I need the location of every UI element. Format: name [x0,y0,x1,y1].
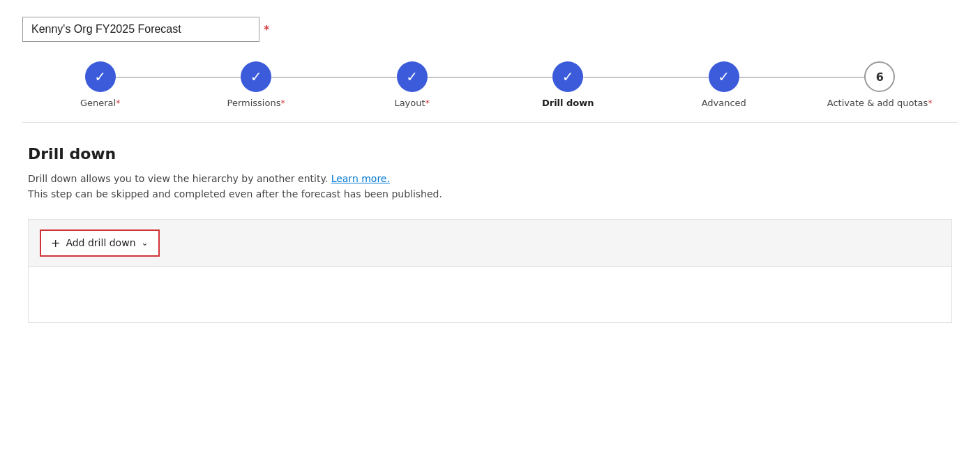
page-heading: Drill down [28,145,952,163]
description: Drill down allows you to view the hierar… [28,171,952,202]
checkmark-permissions: ✓ [250,68,262,85]
step-label-general: General* [80,98,121,108]
description-text-1: Drill down allows you to view the hierar… [28,173,331,184]
title-section: * [22,17,958,42]
step-circle-activate: 6 [864,61,895,92]
step-advanced[interactable]: ✓ Advanced [646,61,802,108]
checkmark-drill-down: ✓ [562,68,574,85]
step-label-drill-down: Drill down [542,98,594,108]
forecast-title-input[interactable] [22,17,259,42]
checkmark-advanced: ✓ [718,68,730,85]
page-wrapper: * ✓ General* ✓ Permissions* [0,0,980,452]
step-activate[interactable]: 6 Activate & add quotas* [802,61,958,108]
step-layout[interactable]: ✓ Layout* [334,61,490,108]
step-circle-layout: ✓ [397,61,428,92]
add-drill-down-button[interactable]: + Add drill down ⌄ [40,229,160,257]
add-drill-down-label: Add drill down [66,237,135,248]
step-permissions[interactable]: ✓ Permissions* [179,61,335,108]
drill-toolbar: + Add drill down ⌄ [28,219,952,267]
stepper: ✓ General* ✓ Permissions* [22,61,958,108]
step-general[interactable]: ✓ General* [22,61,179,108]
checkmark-layout: ✓ [406,68,418,85]
step-label-layout: Layout* [394,98,430,108]
step-drill-down[interactable]: ✓ Drill down [490,61,647,108]
title-required-star: * [264,23,269,36]
content-section: Drill down Drill down allows you to view… [22,145,958,323]
step-circle-general: ✓ [85,61,116,92]
chevron-down-icon: ⌄ [142,238,149,248]
step-circle-permissions: ✓ [241,61,271,92]
stepper-container: ✓ General* ✓ Permissions* [22,61,958,123]
step-label-activate: Activate & add quotas* [827,98,933,108]
checkmark-general: ✓ [94,68,106,85]
step-label-advanced: Advanced [702,98,746,108]
plus-icon: + [51,236,60,250]
description-text-2: This step can be skipped and completed e… [28,188,442,199]
step-circle-drill-down: ✓ [552,61,583,92]
step-label-permissions: Permissions* [227,98,285,108]
learn-more-link[interactable]: Learn more. [331,173,390,184]
step-circle-advanced: ✓ [709,61,739,92]
drill-content-area [28,267,952,323]
